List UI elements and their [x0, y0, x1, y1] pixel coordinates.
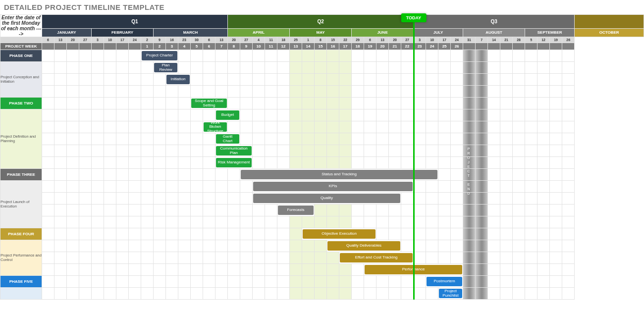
grid-cell — [215, 228, 228, 240]
grid-cell — [240, 216, 253, 228]
gantt-bar[interactable]: Communication Plan — [215, 145, 253, 157]
grid-cell — [525, 145, 537, 157]
grid-cell — [389, 228, 401, 240]
grid-cell — [376, 157, 389, 169]
grid-cell — [525, 216, 537, 228]
grid-cell — [352, 276, 364, 288]
grid-cell — [228, 228, 240, 240]
grid-cell — [302, 50, 315, 62]
grid-cell — [339, 133, 352, 145]
gantt-bar[interactable]: Scope and Goal Setting — [191, 98, 228, 109]
grid-cell — [42, 276, 54, 288]
gantt-bar[interactable]: Budget — [215, 109, 240, 121]
grid-cell — [500, 86, 513, 98]
grid-cell — [562, 288, 575, 300]
grid-cell — [166, 288, 178, 300]
grid-cell — [116, 157, 129, 169]
grid-cell — [562, 62, 575, 74]
grid-cell — [476, 288, 488, 300]
project-week-num — [513, 43, 525, 50]
gantt-bar[interactable]: Quality Deliverables — [327, 240, 401, 252]
grid-cell — [104, 216, 116, 228]
grid-cell — [141, 121, 154, 133]
grid-cell — [451, 74, 463, 86]
grid-cell — [67, 157, 79, 169]
grid-cell — [42, 50, 54, 62]
grid-cell — [376, 62, 389, 74]
grid-cell — [401, 145, 414, 157]
gantt-bar[interactable]: Plan Review — [154, 62, 178, 74]
gantt-bar[interactable]: Gantt Chart — [215, 133, 240, 145]
grid-cell — [141, 145, 154, 157]
grid-cell — [315, 205, 327, 216]
grid-cell — [302, 98, 315, 109]
grid-cell — [537, 240, 550, 252]
grid-cell — [376, 86, 389, 98]
grid-cell — [376, 288, 389, 300]
grid-cell — [141, 86, 154, 98]
grid-cell — [178, 133, 191, 145]
grid-cell — [215, 62, 228, 74]
grid-cell — [92, 98, 104, 109]
gantt-bar[interactable]: Work Bkdwn Structure — [203, 121, 228, 133]
grid-cell — [376, 216, 389, 228]
month-may: MAY — [290, 28, 352, 37]
grid-cell — [166, 145, 178, 157]
grid-cell — [463, 216, 476, 228]
grid-cell — [302, 276, 315, 288]
grid-cell — [376, 121, 389, 133]
gantt-bar[interactable]: Status and Tracking — [240, 169, 438, 181]
grid-cell — [463, 62, 476, 74]
grid-cell — [562, 205, 575, 216]
grid-cell — [451, 157, 463, 169]
grid-cell — [451, 169, 463, 181]
grid-cell — [203, 86, 215, 98]
gantt-bar[interactable]: Project Charter — [141, 50, 178, 62]
grid-cell — [426, 228, 438, 240]
grid-cell — [401, 86, 414, 98]
gantt-bar[interactable]: Performance — [364, 264, 463, 276]
week-day: 22 — [339, 37, 352, 43]
grid-cell — [166, 133, 178, 145]
grid-cell — [277, 50, 290, 62]
project-week-num — [67, 43, 79, 50]
gantt-bar[interactable]: Effort and Cost Tracking — [339, 252, 414, 264]
grid-cell — [79, 133, 92, 145]
grid-cell — [203, 228, 215, 240]
grid-cell — [327, 50, 339, 62]
grid-cell — [277, 240, 290, 252]
phase-label-5: PHASE FIVE — [0, 276, 42, 288]
gantt-bar[interactable]: Initiation — [166, 74, 191, 86]
grid-cell — [290, 228, 302, 240]
grid-cell — [476, 109, 488, 121]
gantt-bar[interactable]: Forecasts — [277, 205, 315, 216]
gantt-bar[interactable]: KPIs — [253, 181, 414, 193]
month-august: AUGUST — [463, 28, 525, 37]
grid-cell — [376, 98, 389, 109]
grid-cell — [203, 157, 215, 169]
grid-cell — [414, 205, 426, 216]
grid-cell — [240, 181, 253, 193]
gantt-bar[interactable]: Postmortem — [426, 276, 463, 288]
grid-cell — [327, 86, 339, 98]
grid-cell — [426, 157, 438, 169]
month-june: JUNE — [352, 28, 414, 37]
grid-cell — [463, 288, 476, 300]
grid-cell — [42, 74, 54, 86]
grid-cell — [488, 228, 500, 240]
grid-cell — [141, 240, 154, 252]
grid-cell — [116, 216, 129, 228]
gantt-bar[interactable]: Risk Management — [215, 157, 253, 169]
week-day: 31 — [463, 37, 476, 43]
project-week-num: 17 — [339, 43, 352, 50]
grid-cell — [54, 157, 67, 169]
grid-cell — [525, 133, 537, 145]
gantt-bar[interactable]: Quality — [253, 193, 401, 205]
grid-cell — [141, 276, 154, 288]
week-day: 20 — [228, 37, 240, 43]
grid-cell — [240, 228, 253, 240]
gantt-bar[interactable]: Project Punchlist — [438, 288, 463, 300]
grid-cell — [537, 157, 550, 169]
gantt-bar[interactable]: Objective Execution — [302, 228, 376, 240]
grid-cell — [352, 157, 364, 169]
